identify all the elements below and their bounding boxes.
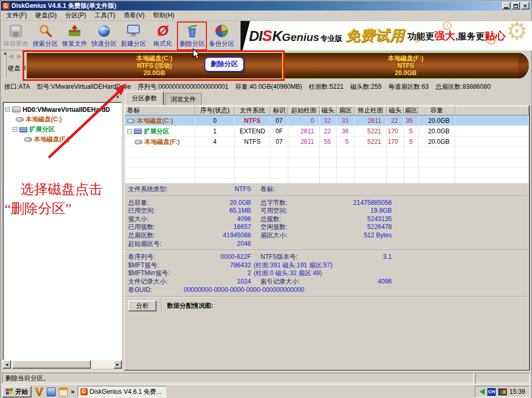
quicklaunch-overflow-icon[interactable]: » [71,388,75,395]
toolbar-button-search-partition[interactable]: 搜索分区 [30,21,60,50]
panel-grip[interactable] [5,55,6,78]
diskgenius-logo: DISKGenius专业版 [249,27,342,45]
disk-nav-arrows[interactable]: ◀ ▶ [8,53,23,60]
title-bar: G DiskGenius V4.6.1 免费版(单文件版) × [1,1,531,11]
disk-tree: − HD0:VMwareVirtualIDEHardD 本地磁盘(C:) − 扩… [3,102,122,360]
scrollbar-thumb[interactable] [12,360,91,369]
row-label: 本地磁盘(C:) [125,116,195,126]
delete-partition-tooltip: 删除分区 [204,57,244,72]
column-header[interactable]: 文件系统 [235,106,270,116]
toolbar-button-format[interactable]: Ø 格式化 [148,21,178,50]
quicklaunch-icon-1[interactable] [35,387,44,396]
hard-disk-icon [12,107,20,112]
taskbar: 开始 » G DiskGenius V4.6.1 免费... CH 15:39 [1,384,531,398]
menu-view[interactable]: 查看(V) [119,10,149,21]
cell-index: 4 [195,137,235,147]
tab-browse-files[interactable]: 浏览文件 [165,93,202,106]
minimize-button[interactable] [502,2,510,9]
input-method-icon[interactable]: CH [487,388,496,396]
scroll-right-icon[interactable]: ► [113,360,122,369]
collapse-icon[interactable]: − [127,129,132,134]
column-header[interactable]: 序号(状态) [195,106,235,116]
column-header[interactable]: 扇区 [404,106,419,116]
disk-info-cylinders: 柱面数:5221 [309,82,343,91]
toolbar: 保存更改 搜索分区 恢复文件 快速分区 新建分区 Ø [1,21,241,50]
globe-icon [96,23,112,39]
collapse-icon[interactable]: − [13,127,17,132]
menu-disk[interactable]: 硬盘(D) [31,10,61,21]
partition-fs: NTFS (活动) [137,62,172,69]
safely-remove-icon[interactable] [479,389,485,395]
toolbar-button-delete-partition[interactable]: 删除分区 [178,21,207,50]
tree-item-extended-partition[interactable]: − 扩展分区 [5,124,121,134]
cell-index: 0 [195,116,235,126]
column-header[interactable]: 磁头 [320,106,337,116]
column-header[interactable]: 卷标 [125,106,195,116]
windows-flag-icon [6,389,13,395]
column-header[interactable]: 终止柱面 [354,106,387,116]
cell-id: 0F [270,126,288,137]
table-row-extended-partition[interactable]: −扩展分区 1 EXTEND 0F 2611 22 36 5221 170 5 … [125,126,529,137]
cell-start-head: 22 [320,126,337,137]
tree-close-icon[interactable]: × [114,94,121,100]
toolbar-label: 新建分区 [121,39,146,48]
extended-partition-icon [19,127,27,132]
detail-row: 文件系统类型:NTFS卷标: [128,185,529,194]
tree-item-hd0[interactable]: − HD0:VMwareVirtualIDEHardD [5,104,121,114]
tab-partition-params[interactable]: 分区参数 [125,91,164,105]
toolbar-button-save-changes[interactable]: 保存更改 [1,21,30,50]
save-icon [8,23,24,39]
divider [125,250,529,251]
restore-button[interactable] [512,2,520,9]
toolbar-label: 格式化 [153,39,172,48]
menu-partition[interactable]: 分区(P) [61,10,90,21]
cell-filler [455,137,529,147]
toolbar-button-recover-files[interactable]: 恢复文件 [60,21,89,50]
disk-info-heads: 磁头数:255 [350,82,381,91]
partition-name: 本地磁盘(F:) [388,55,423,62]
menu-help[interactable]: 帮助(H) [149,10,179,21]
scroll-left-icon[interactable]: ◄ [3,360,11,369]
analyze-button[interactable]: 分析 [128,300,157,311]
quicklaunch-icon-3[interactable] [59,387,68,396]
partition-fs: NTFS [398,62,414,69]
detail-row: $MFTMirr簇号:2(柱面:0 磁头:32 扇区:49) [128,269,529,278]
start-button[interactable]: 开始 [2,386,32,397]
system-tray: CH 15:39 [475,386,530,397]
analysis-row: 分析 数据分配情况图: [128,300,529,311]
recover-files-icon [67,23,82,39]
scrollbar-track[interactable] [91,360,113,369]
taskbar-button-diskgenius[interactable]: G DiskGenius V4.6.1 免费... [78,386,166,397]
column-header[interactable]: 起始柱面 [288,106,320,116]
disk-bar: 本地磁盘(C:) NTFS (活动) 20.0GB 本地磁盘(F:) NTFS … [26,53,529,79]
desktop-screen: G DiskGenius V4.6.1 免费版(单文件版) × 文件(F) 硬盘… [0,0,532,398]
menu-file[interactable]: 文件(F) [2,10,31,21]
table-row-local-disk-c[interactable]: 本地磁盘(C:) 0 NTFS 07 0 32 33 2611 22 35 20… [125,116,529,126]
cell-capacity: 20.0GB [419,137,455,147]
column-header[interactable]: 容量 [419,106,455,116]
table-row-local-disk-f[interactable]: 本地磁盘(F:) 4 NTFS 07 2611 55 5 5221 170 5 … [125,137,529,147]
collapse-icon[interactable]: − [5,107,10,112]
cell-start-head: 55 [320,137,337,147]
tree-item-local-disk-f[interactable]: 本地磁盘(F:) [5,134,121,144]
promo-banner[interactable]: ⚙ ⚙ ⚙ ⚙ DISKGenius专业版 免费试用 功能更强大,服务更贴心 [241,21,532,50]
quicklaunch-icon-2[interactable] [47,387,56,396]
column-header[interactable]: 扇区 [337,106,354,116]
detail-row: 总容量:20.0GB总字节数:21475885056 [128,199,529,207]
column-header[interactable]: 标识 [270,106,288,116]
menu-tools[interactable]: 工具(T) [90,10,119,21]
tab-strip: 分区参数 浏览文件 [124,94,530,105]
tree-horizontal-scrollbar[interactable]: ◄ ► [3,360,122,369]
volume-icon [16,117,24,122]
display-settings-icon[interactable] [498,389,507,395]
close-button[interactable]: × [521,2,529,9]
allocation-map-label: 数据分配情况图: [167,301,213,310]
column-header[interactable]: 磁头 [387,106,404,116]
toolbar-button-backup-partition[interactable]: 备份分区 [207,21,236,50]
disk-info-model: 型号:VMwareVirtualIDEHardDrive [37,82,131,91]
partition-f-block[interactable]: 本地磁盘(F:) NTFS 20.0GB [283,53,529,79]
quick-launch: » [35,387,75,396]
toolbar-button-quick-partition[interactable]: 快速分区 [89,21,119,50]
toolbar-button-new-partition[interactable]: 新建分区 [119,21,148,50]
tree-item-local-disk-c[interactable]: 本地磁盘(C:) [5,114,121,124]
